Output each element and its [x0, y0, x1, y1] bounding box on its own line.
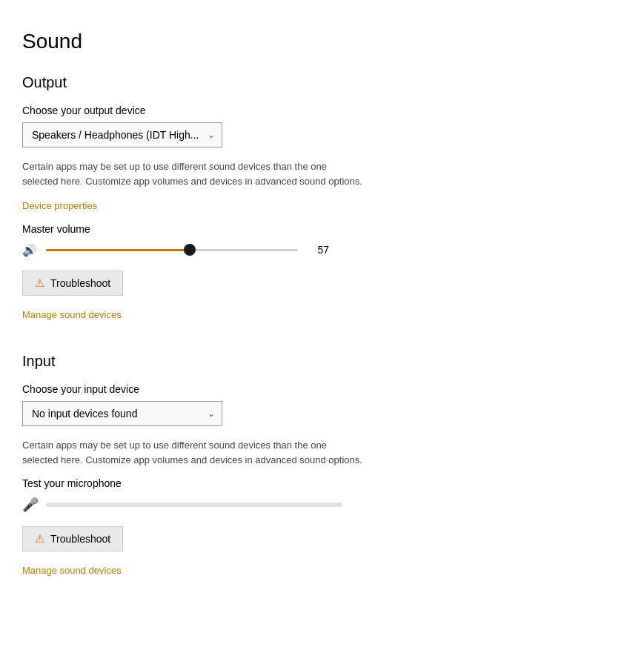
input-info-text: Certain apps may be set up to use differ… [22, 438, 363, 467]
output-section-title: Output [22, 74, 622, 91]
input-section-title: Input [22, 353, 622, 370]
input-device-dropdown-wrapper[interactable]: No input devices found ⌄ [22, 401, 222, 426]
master-volume-label: Master volume [22, 223, 622, 235]
output-troubleshoot-button[interactable]: ⚠ Troubleshoot [22, 271, 123, 296]
device-properties-link[interactable]: Device properties [22, 200, 97, 211]
output-device-dropdown-wrapper[interactable]: Speakers / Headphones (IDT High... ⌄ [22, 122, 222, 147]
mic-level-row: 🎤 [22, 497, 622, 513]
input-warning-icon: ⚠ [35, 532, 44, 546]
microphone-icon: 🎤 [22, 497, 39, 513]
test-mic-label: Test your microphone [22, 477, 622, 489]
input-device-label: Choose your input device [22, 383, 622, 395]
output-section: Output Choose your output device Speaker… [22, 74, 622, 332]
volume-thumb[interactable] [184, 244, 196, 256]
volume-track [46, 249, 298, 251]
mic-level-bar [46, 503, 342, 507]
input-manage-devices-link[interactable]: Manage sound devices [22, 565, 122, 576]
input-troubleshoot-button[interactable]: ⚠ Troubleshoot [22, 526, 123, 551]
input-section: Input Choose your input device No input … [22, 353, 622, 588]
output-manage-devices-link[interactable]: Manage sound devices [22, 309, 122, 320]
volume-value: 57 [307, 244, 329, 256]
output-warning-icon: ⚠ [35, 276, 44, 290]
input-device-select[interactable]: No input devices found [22, 401, 222, 426]
page-title: Sound [22, 30, 622, 53]
output-info-text: Certain apps may be set up to use differ… [22, 159, 363, 188]
output-device-label: Choose your output device [22, 105, 622, 116]
volume-slider[interactable] [46, 242, 298, 257]
volume-control-row: 🔊 57 [22, 242, 622, 257]
volume-fill [46, 249, 190, 251]
speaker-icon: 🔊 [22, 243, 37, 257]
input-troubleshoot-label: Troubleshoot [50, 533, 110, 545]
output-device-select[interactable]: Speakers / Headphones (IDT High... [22, 122, 222, 147]
output-troubleshoot-label: Troubleshoot [50, 277, 110, 289]
